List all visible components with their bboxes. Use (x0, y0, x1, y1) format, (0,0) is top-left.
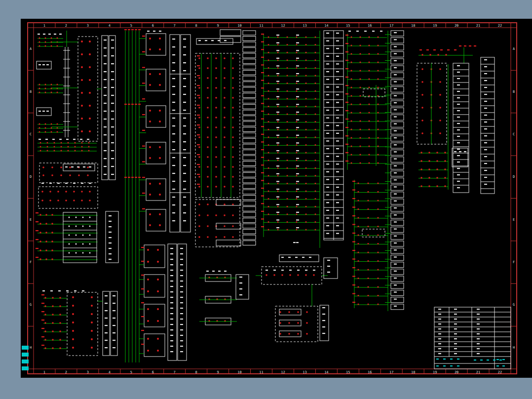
ruler-row-label: D (513, 175, 515, 179)
ruler-column-label: 20 (455, 370, 458, 374)
ruler-column-label: 17 (389, 370, 393, 374)
ruler-column-label: 15 (346, 370, 350, 374)
ruler-column-label: 2 (65, 24, 67, 28)
ruler-column-label: 11 (259, 370, 263, 374)
ruler-row-label: F (30, 260, 32, 264)
ruler-row-label: E (513, 218, 515, 222)
ruler-column-label: 1 (43, 24, 45, 28)
ruler-row-label: B (513, 90, 515, 94)
ruler-row-label: B (30, 90, 32, 94)
ruler-row-label: G (513, 303, 515, 307)
ruler-column-label: 9 (217, 24, 219, 28)
ruler-column-label: 12 (281, 24, 285, 28)
cad-preview: 1122334455667788991010111112121313141415… (0, 0, 532, 399)
ruler-column-label: 6 (152, 24, 154, 28)
ruler-column-label: 18 (411, 370, 415, 374)
ruler-column-label: 15 (346, 24, 350, 28)
ruler-column-label: 10 (237, 370, 241, 374)
ruler-column-label: 22 (498, 24, 502, 28)
ruler-column-label: 21 (476, 370, 480, 374)
ruler-column-label: 9 (217, 370, 219, 374)
ruler-column-label: 2 (65, 370, 67, 374)
ruler-column-label: 6 (152, 370, 154, 374)
ruler-row-label: D (30, 175, 32, 179)
ruler-row-label: E (30, 218, 32, 222)
ruler-column-label: 4 (109, 370, 111, 374)
ruler-column-label: 8 (195, 370, 197, 374)
ruler-column-label: 3 (87, 24, 89, 28)
ruler-column-label: 20 (455, 24, 458, 28)
ruler-column-label: 16 (368, 24, 372, 28)
ruler-row-label: F (513, 260, 515, 264)
ruler-column-label: 18 (411, 24, 415, 28)
ruler-column-label: 22 (498, 370, 502, 374)
ruler-column-label: 14 (324, 24, 328, 28)
ruler-column-label: 3 (87, 370, 89, 374)
ruler-row-label: G (30, 303, 32, 307)
ruler-column-label: 1 (43, 370, 45, 374)
ruler-column-label: 19 (433, 370, 437, 374)
ruler-row-label: H (513, 346, 515, 350)
ruler-column-label: 14 (324, 370, 328, 374)
ruler-row-label: C (30, 132, 32, 136)
ruler-column-label: 12 (281, 370, 285, 374)
ruler-column-label: 13 (303, 370, 306, 374)
ruler-column-label: 7 (174, 370, 176, 374)
ruler-column-label: 11 (259, 24, 263, 28)
ruler-column-label: 5 (130, 370, 132, 374)
ruler-column-label: 16 (368, 370, 372, 374)
ruler-column-label: 13 (303, 24, 306, 28)
ruler-row-label: H (30, 346, 32, 350)
ruler-column-label: 7 (174, 24, 176, 28)
drawing-canvas: 1122334455667788991010111112121313141415… (0, 0, 532, 399)
ruler-column-label: 19 (433, 24, 437, 28)
ruler-column-label: 21 (476, 24, 480, 28)
ruler-column-label: 10 (237, 24, 241, 28)
ruler-column-label: 5 (130, 24, 132, 28)
ruler-column-label: 4 (109, 24, 111, 28)
ruler-column-label: 17 (389, 24, 393, 28)
ruler-row-label: C (513, 132, 515, 136)
ruler-column-label: 8 (195, 24, 197, 28)
